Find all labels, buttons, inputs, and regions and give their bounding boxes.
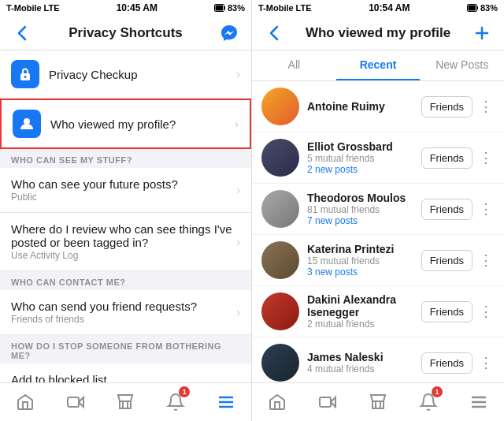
left-tab-home[interactable] [8, 385, 43, 419]
more-button-1[interactable]: ⋮ [477, 149, 495, 166]
svg-rect-12 [476, 6, 478, 9]
friend-avatar-4 [261, 292, 299, 330]
blocked-list-item[interactable]: Add to blocked list You've blocked 26 pe… [0, 363, 251, 382]
privacy-checkup-item[interactable]: Privacy Checkup › [0, 50, 251, 99]
activity-log-sub: Use Activity Log [11, 250, 236, 261]
friend-mutual-5: 4 mutual friends [307, 363, 421, 374]
left-bell-badge: 1 [179, 386, 190, 397]
activity-log-item[interactable]: Where do I review who can see things I'v… [0, 213, 251, 271]
right-network: LTE [296, 3, 312, 13]
friend-requests-chevron: › [236, 306, 240, 319]
right-panel: T-Mobile LTE 10:54 AM 83% Who viewed my … [252, 0, 504, 421]
right-tab-home[interactable] [260, 385, 295, 419]
blocked-list-content: Add to blocked list You've blocked 26 pe… [11, 373, 236, 382]
friend-avatar-5 [261, 344, 299, 382]
left-network: LTE [44, 3, 60, 13]
friend-info-0: Antoine Ruimy [307, 100, 421, 113]
right-carrier: T-Mobile [258, 3, 294, 13]
friend-actions-0: Friends ⋮ [421, 96, 495, 117]
friend-avatar-2 [261, 190, 299, 228]
svg-point-4 [24, 76, 27, 78]
svg-point-5 [24, 118, 30, 125]
messenger-icon-button[interactable] [217, 20, 242, 46]
left-status-bar: T-Mobile LTE 10:45 AM 83% [0, 0, 251, 16]
friends-list: Antoine Ruimy Friends ⋮ Elliot Grossbard… [252, 81, 504, 382]
friend-name-1: Elliot Grossbard [307, 140, 421, 153]
friend-item-4: Dakini Alexandra Isenegger 2 mutual frie… [252, 286, 504, 337]
left-time: 10:45 AM [60, 2, 214, 13]
left-tab-bell[interactable]: 1 [158, 385, 193, 419]
friend-requests-content: Who can send you friend requests? Friend… [11, 300, 236, 325]
friend-requests-item[interactable]: Who can send you friend requests? Friend… [0, 290, 251, 335]
friend-actions-3: Friends ⋮ [421, 250, 495, 271]
tab-recent[interactable]: Recent [336, 50, 421, 80]
left-tab-video[interactable] [58, 385, 93, 419]
friend-item-0: Antoine Ruimy Friends ⋮ [252, 81, 504, 132]
friend-avatar-0 [261, 88, 299, 125]
friend-new-3: 3 new posts [307, 266, 421, 278]
svg-rect-2 [215, 6, 223, 11]
future-posts-item[interactable]: Who can see your future posts? Public › [0, 168, 251, 213]
right-tab-menu[interactable] [461, 385, 496, 419]
tab-all[interactable]: All [252, 50, 336, 80]
svg-rect-1 [224, 6, 225, 9]
friend-mutual-1: 5 mutual friends [307, 153, 421, 164]
friend-new-1: 2 new posts [307, 164, 421, 175]
left-panel: T-Mobile LTE 10:45 AM 83% Privacy Shortc… [0, 0, 252, 421]
left-carrier: T-Mobile [6, 3, 42, 13]
right-battery: 83% [467, 3, 498, 13]
more-button-2[interactable]: ⋮ [477, 200, 495, 218]
right-status-bar: T-Mobile LTE 10:54 AM 83% [252, 0, 504, 16]
more-button-4[interactable]: ⋮ [477, 303, 495, 320]
friends-button-5[interactable]: Friends [421, 352, 472, 374]
section-header-1: WHO CAN SEE MY STUFF? [0, 149, 251, 168]
friend-name-2: Theodoros Moulos [307, 192, 421, 204]
friends-button-4[interactable]: Friends [421, 301, 472, 322]
right-tab-video[interactable] [310, 385, 345, 419]
right-tab-bar: 1 [252, 382, 504, 421]
left-tab-menu[interactable] [209, 385, 243, 419]
tabs-row: All Recent New Posts [252, 50, 504, 81]
friend-requests-sub: Friends of friends [11, 314, 236, 325]
right-nav-bar: Who viewed my profile [252, 16, 504, 50]
blocked-list-title: Add to blocked list [11, 373, 236, 382]
friend-name-0: Antoine Ruimy [307, 100, 421, 113]
friend-info-2: Theodoros Moulos 81 mutual friends 7 new… [307, 192, 421, 226]
right-plus-button[interactable] [469, 20, 495, 46]
activity-log-chevron: › [236, 236, 240, 248]
friends-button-1[interactable]: Friends [421, 147, 472, 169]
right-nav-title: Who viewed my profile [287, 25, 469, 41]
friends-button-2[interactable]: Friends [421, 199, 472, 220]
right-back-button[interactable] [261, 20, 287, 46]
more-button-3[interactable]: ⋮ [477, 251, 495, 269]
activity-log-content: Where do I review who can see things I'v… [11, 222, 236, 261]
who-viewed-chevron: › [235, 117, 239, 130]
who-viewed-icon [13, 110, 41, 138]
future-posts-chevron: › [236, 184, 240, 196]
friend-item-2: Theodoros Moulos 81 mutual friends 7 new… [252, 184, 504, 235]
more-button-5[interactable]: ⋮ [477, 354, 495, 371]
left-nav-bar: Privacy Shortcuts [0, 16, 251, 50]
right-tab-bell[interactable]: 1 [411, 385, 446, 419]
tab-new-posts[interactable]: New Posts [420, 50, 504, 80]
friend-name-4: Dakini Alexandra Isenegger [307, 293, 421, 319]
friends-button-3[interactable]: Friends [421, 250, 472, 271]
left-battery: 83% [214, 3, 245, 13]
friend-new-2: 7 new posts [307, 215, 421, 226]
right-tab-store[interactable] [361, 385, 395, 419]
who-viewed-item[interactable]: Who viewed my profile? › [0, 99, 251, 149]
friend-info-1: Elliot Grossbard 5 mutual friends 2 new … [307, 140, 421, 175]
more-button-0[interactable]: ⋮ [477, 98, 495, 115]
friend-requests-title: Who can send you friend requests? [11, 300, 236, 313]
friend-info-3: Katerina Printezi 15 mutual friends 3 ne… [307, 243, 421, 278]
friends-button-0[interactable]: Friends [421, 96, 472, 117]
left-tab-store[interactable] [108, 385, 143, 419]
left-back-button[interactable] [9, 20, 35, 46]
friend-actions-2: Friends ⋮ [421, 199, 495, 220]
friend-name-5: James Naleski [307, 351, 421, 363]
svg-rect-16 [320, 397, 331, 407]
privacy-checkup-chevron: › [236, 68, 240, 80]
friend-info-5: James Naleski 4 mutual friends [307, 351, 421, 374]
section-header-2: WHO CAN CONTACT ME? [0, 271, 251, 290]
friend-avatar-1 [261, 139, 299, 177]
